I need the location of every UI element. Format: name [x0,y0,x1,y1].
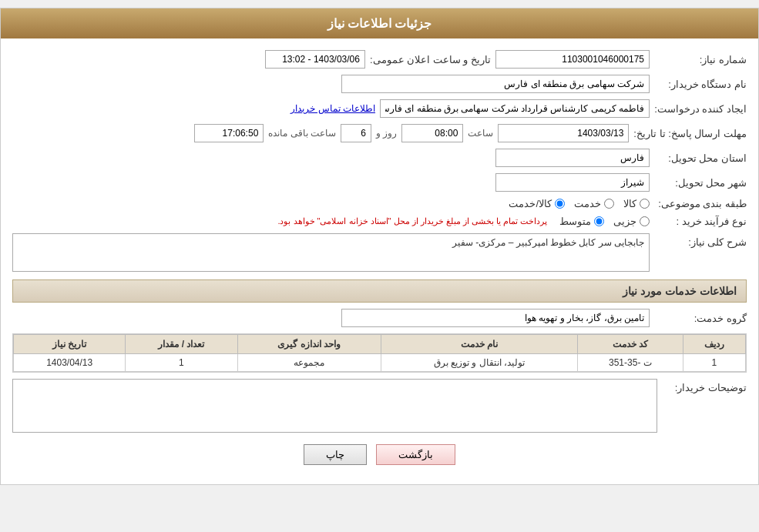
process-description: پرداخت تمام یا بخشی از مبلغ خریدار از مح… [277,216,547,226]
col-header-code: کد خدمت [577,335,683,354]
table-cell-quantity: 1 [126,354,237,372]
category-kala-label: کالا [623,198,636,209]
need-description-box: جابجایی سر کابل خطوط امپرکبیر – مرکزی- س… [12,233,650,272]
category-kala-radio[interactable] [640,199,650,209]
category-label: طبقه بندی موضوعی: [654,198,747,209]
buyer-notes-textarea[interactable] [12,379,657,433]
requester-input[interactable] [380,99,650,118]
category-kala-khedmat-radio[interactable] [555,199,565,209]
process-jazei-radio[interactable] [640,216,650,226]
col-header-unit: واحد اندازه گیری [237,335,381,354]
button-row: بازگشت چاپ [12,444,747,465]
announce-date-input[interactable] [265,50,365,69]
category-khedmat-radio[interactable] [604,199,614,209]
service-group-label: گروه خدمت: [654,313,747,324]
category-radio-group: کالا خدمت کالا/خدمت [509,198,650,209]
response-remaining-input[interactable] [194,124,264,142]
city-input[interactable] [495,173,650,192]
province-input[interactable] [495,149,650,167]
need-number-label: شماره نیاز: [654,54,747,65]
back-button[interactable]: بازگشت [376,444,455,465]
services-table-container: ردیف کد خدمت نام خدمت واحد اندازه گیری ت… [12,333,747,373]
buyer-notes-label: توضیحات خریدار: [662,379,747,393]
response-time-label: ساعت [468,128,493,139]
table-row: 1ت -35-351تولید، انتقال و توزیع برقمجموع… [14,354,746,372]
service-group-input[interactable] [341,309,650,327]
table-cell-code: ت -35-351 [577,354,683,372]
need-description-value: جابجایی سر کابل خطوط امپرکبیر – مرکزی- س… [452,237,644,248]
city-label: شهر محل تحویل: [654,177,747,189]
response-day-label: روز و [376,128,397,139]
process-motavasset-label: متوسط [559,216,591,227]
response-time-input[interactable] [401,124,463,142]
table-cell-date: 1403/04/13 [14,354,126,372]
services-table: ردیف کد خدمت نام خدمت واحد اندازه گیری ت… [13,334,746,372]
buyer-org-label: نام دستگاه خریدار: [654,79,747,90]
col-header-date: تاریخ نیاز [14,335,126,354]
response-deadline-label: مهلت ارسال پاسخ: تا تاریخ: [633,128,747,139]
process-motavasset-radio[interactable] [594,216,604,226]
response-days-input[interactable] [341,124,371,142]
requester-label: ایجاد کننده درخواست: [654,103,747,115]
col-header-quantity: تعداد / مقدار [126,335,237,354]
category-kala-khedmat-label: کالا/خدمت [509,198,552,209]
page-header: جزئیات اطلاعات نیاز [1,8,758,38]
process-label: نوع فرآیند خرید : [654,216,747,227]
need-description-label: شرح کلی نیاز: [654,233,747,248]
col-header-row: ردیف [683,335,745,354]
services-section-header: اطلاعات خدمات مورد نیاز [12,279,747,303]
need-number-input[interactable] [495,50,650,69]
process-jazei-label: جزیی [613,216,636,227]
process-radio-group: جزیی متوسط [559,216,650,227]
response-remaining-label: ساعت باقی مانده [268,128,336,139]
table-cell-unit: مجموعه [237,354,381,372]
announce-date-label: تاریخ و ساعت اعلان عمومی: [370,54,491,65]
table-cell-name: تولید، انتقال و توزیع برق [381,354,577,372]
print-button[interactable]: چاپ [304,444,367,465]
col-header-name: نام خدمت [381,335,577,354]
buyer-org-input[interactable] [341,75,650,93]
contact-link[interactable]: اطلاعات تماس خریدار [291,103,375,114]
province-label: استان محل تحویل: [654,152,747,164]
category-khedmat-label: خدمت [574,198,601,209]
table-cell-row: 1 [683,354,745,372]
response-date-input[interactable] [498,124,629,142]
